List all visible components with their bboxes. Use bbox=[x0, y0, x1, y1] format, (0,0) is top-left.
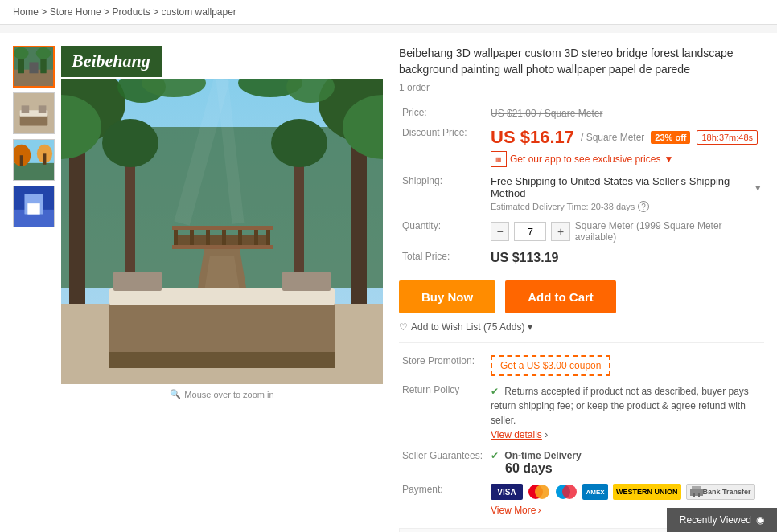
discount-cell: US $16.17 / Square Meter 23% off 18h:37m… bbox=[487, 123, 764, 171]
amex-icon: AMEX bbox=[582, 484, 608, 500]
main-image bbox=[61, 79, 383, 384]
main-content: Beibehang bbox=[0, 33, 777, 532]
return-view-details-link[interactable]: View details bbox=[491, 429, 542, 440]
divider-1 bbox=[399, 342, 764, 343]
quantity-decrease-button[interactable]: − bbox=[491, 222, 509, 241]
total-row: Total Price: US $113.19 bbox=[399, 247, 764, 269]
seller-row: Seller Guarantees: ✔ On-time Delivery 60… bbox=[399, 446, 764, 480]
return-label: Return Policy bbox=[399, 380, 487, 446]
thumbnail-3[interactable] bbox=[13, 139, 55, 181]
total-label: Total Price: bbox=[399, 247, 487, 269]
wishlist-dropdown[interactable]: ▾ bbox=[528, 321, 532, 333]
quantity-unit: Square Meter (1999 Square Meter availabl… bbox=[575, 220, 761, 243]
search-icon: 🔍 bbox=[170, 389, 181, 399]
seller-cell: ✔ On-time Delivery 60 days bbox=[487, 446, 764, 480]
recently-viewed-bar[interactable]: Recently Viewed ◉ bbox=[667, 508, 777, 532]
return-cell: ✔ Returns accepted if product not as des… bbox=[487, 380, 764, 446]
app-promo-text: Get our app to see exclusive prices bbox=[510, 153, 660, 165]
delivery-days: 60 days bbox=[505, 461, 553, 475]
svg-rect-51 bbox=[282, 272, 331, 291]
discount-row: Discount Price: US $16.17 / Square Meter… bbox=[399, 123, 764, 171]
breadcrumb-home[interactable]: Home bbox=[13, 6, 39, 18]
thumbnail-2[interactable] bbox=[13, 92, 55, 134]
shipping-cell: Free Shipping to United States via Selle… bbox=[487, 171, 764, 216]
app-promo[interactable]: ▦ Get our app to see exclusive prices ▼ bbox=[491, 151, 761, 167]
return-policy-content: ✔ Returns accepted if product not as des… bbox=[491, 384, 761, 442]
order-count: 1 order bbox=[399, 82, 764, 93]
svg-rect-11 bbox=[39, 105, 47, 113]
image-section: Beibehang bbox=[13, 46, 383, 532]
svg-rect-52 bbox=[109, 352, 335, 368]
breadcrumb-sep3: > bbox=[153, 6, 161, 18]
svg-point-5 bbox=[36, 47, 51, 59]
breadcrumb-sep2: > bbox=[104, 6, 112, 18]
recently-viewed-text: Recently Viewed bbox=[680, 514, 751, 526]
breadcrumb-store[interactable]: Store Home bbox=[50, 6, 101, 18]
svg-point-60 bbox=[535, 485, 549, 499]
view-more-link[interactable]: View More › bbox=[491, 505, 541, 516]
discount-price-value: US $16.17 bbox=[491, 127, 574, 148]
help-icon[interactable]: ? bbox=[638, 201, 649, 212]
svg-rect-66 bbox=[698, 493, 700, 497]
western-union-icon: WESTERN UNION bbox=[613, 484, 681, 500]
svg-rect-50 bbox=[113, 272, 162, 291]
svg-rect-46 bbox=[172, 245, 273, 249]
buy-now-button[interactable]: Buy Now bbox=[399, 280, 495, 313]
heart-icon: ♡ bbox=[399, 321, 408, 333]
quantity-input[interactable] bbox=[514, 222, 546, 241]
svg-rect-43 bbox=[254, 227, 258, 248]
return-row: Return Policy ✔ Returns accepted if prod… bbox=[399, 380, 764, 446]
recently-viewed-icon: ◉ bbox=[756, 514, 764, 526]
svg-rect-21 bbox=[27, 203, 39, 214]
quantity-increase-button[interactable]: + bbox=[551, 222, 569, 241]
app-promo-arrow: ▼ bbox=[664, 153, 673, 165]
svg-rect-8 bbox=[20, 115, 48, 125]
quantity-label: Quantity: bbox=[399, 216, 487, 247]
breadcrumb-products[interactable]: Products bbox=[112, 6, 150, 18]
original-price-value: US $21.00 / Square Meter bbox=[491, 108, 602, 119]
thumbnail-list bbox=[13, 46, 55, 532]
svg-rect-6 bbox=[29, 62, 38, 73]
seller-label: Seller Guarantees: bbox=[399, 446, 487, 480]
price-label: Price: bbox=[399, 103, 487, 123]
shipping-method: Free Shipping to United States via Selle… bbox=[491, 175, 761, 199]
action-buttons: Buy Now Add to Cart bbox=[399, 280, 764, 313]
return-arrow: › bbox=[545, 429, 548, 440]
thumbnail-4[interactable] bbox=[13, 186, 55, 227]
shipping-label: Shipping: bbox=[399, 171, 487, 216]
store-promo-cell: Get a US $3.00 coupon bbox=[487, 351, 764, 380]
delivery-time-text: Estimated Delivery Time: 20-38 days bbox=[491, 202, 635, 211]
svg-rect-10 bbox=[22, 105, 30, 113]
quantity-control: − + Square Meter (1999 Square Meter avai… bbox=[491, 220, 761, 243]
visa-icon: VISA bbox=[491, 484, 523, 500]
svg-rect-45 bbox=[172, 226, 273, 230]
product-info: Beibehang 3D wallpaper custom 3D stereo … bbox=[399, 46, 764, 532]
svg-rect-39 bbox=[190, 227, 194, 248]
breadcrumb: Home > Store Home > Products > custom wa… bbox=[0, 0, 777, 25]
guarantee-content: ✔ On-time Delivery 60 days bbox=[491, 450, 761, 476]
payment-label: Payment: bbox=[399, 480, 487, 520]
breadcrumb-sep1: > bbox=[41, 6, 49, 18]
svg-rect-64 bbox=[692, 486, 701, 489]
quantity-cell: − + Square Meter (1999 Square Meter avai… bbox=[487, 216, 764, 247]
check-icon-return: ✔ bbox=[491, 386, 499, 397]
qr-icon: ▦ bbox=[491, 151, 507, 167]
shipping-row: Shipping: Free Shipping to United States… bbox=[399, 171, 764, 216]
wishlist-row[interactable]: ♡ Add to Wish List (75 Adds) ▾ bbox=[399, 321, 764, 333]
original-price: US $21.00 / Square Meter bbox=[487, 103, 764, 123]
coupon-box[interactable]: Get a US $3.00 coupon bbox=[491, 355, 610, 376]
main-image-container: Beibehang bbox=[61, 46, 383, 532]
view-more-text: View More bbox=[491, 505, 536, 516]
store-info-table: Store Promotion: Get a US $3.00 coupon R… bbox=[399, 351, 764, 520]
add-to-cart-button[interactable]: Add to Cart bbox=[505, 280, 616, 313]
price-row: Price: US $21.00 / Square Meter bbox=[399, 103, 764, 123]
svg-rect-42 bbox=[238, 227, 242, 248]
svg-rect-63 bbox=[690, 489, 703, 496]
svg-point-62 bbox=[562, 485, 577, 499]
thumbnail-1[interactable] bbox=[13, 46, 55, 88]
store-promo-row: Store Promotion: Get a US $3.00 coupon bbox=[399, 351, 764, 380]
discount-badge: 23% off bbox=[651, 131, 690, 144]
shipping-method-text: Free Shipping to United States via Selle… bbox=[491, 175, 752, 199]
per-unit: / Square Meter bbox=[581, 132, 644, 143]
shipping-dropdown[interactable]: ▾ bbox=[755, 182, 761, 194]
